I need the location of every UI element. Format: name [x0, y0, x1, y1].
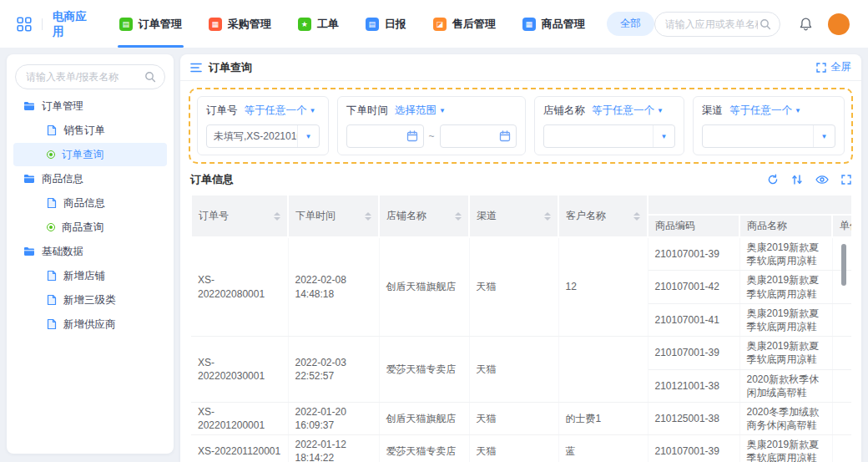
- tab-work-order[interactable]: ★工单: [298, 0, 339, 48]
- nav-divider: [42, 18, 43, 30]
- product-name-cell: 奥康2019新款夏季软底两用凉鞋: [739, 337, 832, 369]
- product-app-icon: ▦: [522, 18, 536, 31]
- folder-icon: [23, 174, 35, 184]
- filter-label: 订单号: [206, 104, 238, 118]
- col-product-group: [648, 195, 851, 215]
- sort-caret-icon[interactable]: [455, 212, 462, 221]
- filter-condition-dropdown[interactable]: 等于任意一个▼: [245, 104, 316, 118]
- sort-caret-icon[interactable]: [365, 212, 371, 221]
- filter-condition-label: 等于任意一个: [592, 104, 654, 118]
- filter-condition-dropdown[interactable]: 等于任意一个▼: [729, 104, 801, 118]
- sidebar-item-new-category[interactable]: 新增三级类: [13, 288, 167, 312]
- col-store[interactable]: 店铺名称: [379, 195, 469, 237]
- search-icon[interactable]: [760, 18, 771, 30]
- global-search-input[interactable]: [664, 18, 760, 31]
- filter-condition-label: 等于任意一个: [245, 104, 307, 118]
- sidebar-search[interactable]: [15, 64, 165, 89]
- col-unit-price[interactable]: 单价: [832, 215, 851, 237]
- end-date-field[interactable]: [446, 129, 500, 143]
- table-section-title: 订单信息: [190, 172, 234, 187]
- col-product-code[interactable]: 商品编码: [648, 215, 739, 237]
- col-order-no[interactable]: 订单号: [191, 195, 288, 237]
- date-range: ~: [346, 124, 517, 148]
- filter-condition-label: 选择范围: [395, 104, 437, 118]
- all-apps-pill[interactable]: 全部: [607, 12, 654, 36]
- col-order-time[interactable]: 下单时间: [288, 195, 379, 237]
- store-name-filter-select[interactable]: ▼: [543, 124, 675, 148]
- user-avatar[interactable]: [828, 13, 850, 35]
- col-channel[interactable]: 渠道: [469, 195, 558, 237]
- visibility-icon[interactable]: [815, 175, 829, 185]
- order-no-filter-select[interactable]: 未填写,XS-20210107000...▼: [206, 124, 320, 148]
- global-search[interactable]: [654, 12, 780, 37]
- sidebar-item-order-query[interactable]: 订单查询: [13, 143, 167, 166]
- orders-table: 订单号 下单时间 店铺名称 渠道 客户名称 商品编码 商品名称 单价 XS-20…: [190, 194, 851, 462]
- sidebar-item-base-data-folder[interactable]: 基础数据: [13, 240, 167, 263]
- col-customer[interactable]: 客户名称: [558, 195, 648, 237]
- orders-table-wrapper: 订单号 下单时间 店铺名称 渠道 客户名称 商品编码 商品名称 单价 XS-20…: [190, 194, 851, 462]
- product-code-cell: 210107001-39: [648, 337, 739, 369]
- store-cell: 创盾天猫旗舰店: [379, 237, 469, 337]
- select-caret-zone[interactable]: ▼: [813, 125, 835, 147]
- product-code-cell: 210107001-39: [648, 237, 739, 271]
- product-code-cell: 210107001-42: [648, 271, 739, 303]
- table-row[interactable]: XS-2022012000012022-01-20 16:09:37创盾天猫旗舰…: [191, 402, 851, 434]
- chevron-down-icon: ▼: [661, 133, 668, 140]
- sidebar-item-new-store[interactable]: 新增店铺: [13, 264, 167, 287]
- app-tabs: ▤订单管理▦采购管理★工单▤日报◪售后管理▦商品管理: [119, 0, 585, 48]
- chevron-down-icon: ▼: [305, 133, 312, 140]
- filter-condition-dropdown[interactable]: 等于任意一个▼: [592, 104, 664, 118]
- order-no-cell: XS-202202080001: [191, 237, 288, 337]
- tab-purchase-management[interactable]: ▦采购管理: [209, 0, 271, 48]
- sort-caret-icon[interactable]: [633, 212, 640, 221]
- brand-label[interactable]: 电商应用: [53, 9, 98, 39]
- tab-product-management[interactable]: ▦商品管理: [522, 0, 585, 48]
- sidebar-item-new-supplier[interactable]: 新增供应商: [13, 312, 167, 336]
- apps-grid-icon[interactable]: [17, 17, 32, 32]
- channel-filter-select[interactable]: ▼: [702, 124, 835, 148]
- fullscreen-button[interactable]: 全屏: [816, 60, 851, 74]
- document-icon: [47, 294, 57, 306]
- table-fullscreen-icon[interactable]: [841, 175, 851, 185]
- tree-item-label: 新增店铺: [63, 269, 105, 283]
- table-row[interactable]: XS-2022020300012022-02-03 22:52:57爱莎天猫专卖…: [191, 337, 851, 369]
- sort-caret-icon[interactable]: [274, 212, 280, 221]
- unit-price-cell: [832, 369, 851, 402]
- sidebar-search-input[interactable]: [24, 70, 144, 84]
- select-caret-zone[interactable]: ▼: [653, 125, 674, 147]
- product-code-cell: 210107001-39: [648, 435, 739, 462]
- sidebar-item-product-info[interactable]: 商品信息: [13, 191, 167, 215]
- table-toolbar: [767, 174, 851, 185]
- notification-bell-icon[interactable]: [799, 17, 813, 32]
- calendar-icon[interactable]: [499, 130, 511, 142]
- start-date-field[interactable]: [352, 129, 406, 143]
- orders-table-body: XS-2022020800012022-02-08 14:48:18创盾天猫旗舰…: [191, 237, 851, 462]
- collapse-menu-icon[interactable]: [190, 63, 202, 73]
- sort-caret-icon[interactable]: [544, 212, 551, 221]
- filter-condition-dropdown[interactable]: 选择范围▼: [395, 104, 446, 118]
- sidebar-item-product-info-folder[interactable]: 商品信息: [13, 167, 167, 190]
- filter-label: 店铺名称: [543, 104, 585, 118]
- table-row[interactable]: XS-2022020800012022-02-08 14:48:18创盾天猫旗舰…: [191, 237, 851, 271]
- sidebar-item-product-query[interactable]: 商品查询: [13, 216, 167, 239]
- target-icon: [47, 223, 55, 231]
- search-icon[interactable]: [144, 71, 156, 83]
- end-date-input[interactable]: [440, 124, 517, 148]
- customer-cell: [558, 337, 648, 403]
- sort-icon[interactable]: [791, 174, 803, 185]
- sidebar-item-order-management-folder[interactable]: 订单管理: [13, 94, 167, 118]
- tab-daily-report[interactable]: ▤日报: [366, 0, 406, 48]
- calendar-icon[interactable]: [406, 130, 418, 142]
- product-code-cell: 210121001-38: [648, 369, 739, 402]
- sidebar-item-sales-order[interactable]: 销售订单: [13, 119, 167, 142]
- unit-price-cell: [832, 303, 851, 336]
- refresh-icon[interactable]: [767, 174, 779, 185]
- vertical-scrollbar-thumb[interactable]: [841, 244, 846, 286]
- col-product-name[interactable]: 商品名称: [739, 215, 832, 237]
- start-date-input[interactable]: [346, 124, 424, 148]
- product-code-cell: 210125001-38: [648, 402, 739, 434]
- tab-after-sales[interactable]: ◪售后管理: [433, 0, 496, 48]
- table-row[interactable]: XS-2022011200012022-01-12 18:14:22爱莎天猫专卖…: [191, 435, 851, 462]
- select-caret-zone[interactable]: ▼: [297, 125, 319, 147]
- tab-order-management[interactable]: ▤订单管理: [119, 0, 182, 48]
